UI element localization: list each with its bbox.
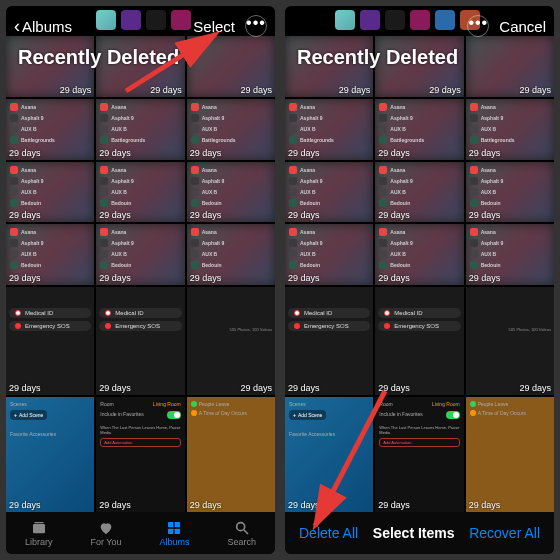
tab-bar: Library For You Albums Search (6, 512, 275, 554)
thumb[interactable]: AsanaAsphalt 9AUX BBedouin29 days (6, 162, 94, 223)
back-label: Albums (22, 18, 72, 35)
more-button[interactable]: ••• (245, 15, 267, 37)
tab-albums[interactable]: Albums (159, 520, 189, 547)
svg-rect-5 (175, 528, 180, 533)
thumb[interactable]: 505 Photos, 100 Videos29 days (466, 287, 554, 395)
thumb[interactable]: Medical IDEmergency SOS29 days (6, 287, 94, 395)
thumb[interactable]: RoomLiving RoomInclude in FavoritesWhen … (375, 397, 463, 512)
page-title: Recently Deleted (297, 46, 458, 69)
thumb[interactable]: AsanaAsphalt 9AUX BBedouin29 days (6, 224, 94, 285)
tab-foryou[interactable]: For You (90, 520, 121, 547)
svg-line-7 (244, 530, 248, 534)
thumb[interactable]: People LeaveA Time of Day Occurs29 days (187, 397, 275, 512)
svg-rect-1 (34, 522, 43, 523)
thumb[interactable]: AsanaAsphalt 9AUX BBedouin29 days (285, 162, 373, 223)
navbar: ‹ Albums Select ••• (6, 6, 275, 46)
thumb[interactable]: AsanaAsphalt 9AUX BBedouin29 days (187, 224, 275, 285)
thumb[interactable]: AsanaAsphalt 9AUX BBattlegrounds29 days (96, 99, 184, 160)
thumb[interactable]: Medical IDEmergency SOS29 days (285, 287, 373, 395)
svg-rect-3 (175, 522, 180, 527)
phone-left-screenshot: ‹ Albums Select ••• Recently Deleted 29 … (6, 6, 275, 554)
navbar: ••• Cancel (285, 6, 554, 46)
thumb[interactable]: Medical IDEmergency SOS29 days (375, 287, 463, 395)
tab-search[interactable]: Search (227, 520, 256, 547)
page-title: Recently Deleted (18, 46, 179, 69)
thumb[interactable]: AsanaAsphalt 9AUX BBedouin29 days (466, 162, 554, 223)
select-button[interactable]: Select (193, 18, 235, 35)
thumb[interactable]: AsanaAsphalt 9AUX BBedouin29 days (96, 224, 184, 285)
back-button[interactable]: ‹ Albums (14, 16, 72, 37)
photo-grid: 29 days 29 days 29 days AsanaAsphalt 9AU… (6, 36, 275, 512)
thumb[interactable]: AsanaAsphalt 9AUX BBedouin29 days (466, 224, 554, 285)
svg-rect-4 (168, 528, 173, 533)
thumb[interactable]: AsanaAsphalt 9AUX BBattlegrounds29 days (6, 99, 94, 160)
thumb[interactable]: RoomLiving RoomInclude in FavoritesWhen … (96, 397, 184, 512)
svg-point-6 (236, 522, 244, 530)
thumb[interactable]: AsanaAsphalt 9AUX BBedouin29 days (375, 162, 463, 223)
thumb[interactable]: Scenes+ Add SceneFavorite Accessories29 … (6, 397, 94, 512)
thumb[interactable]: AsanaAsphalt 9AUX BBedouin29 days (96, 162, 184, 223)
cancel-button[interactable]: Cancel (499, 18, 546, 35)
phone-right-screenshot: ••• Cancel Recently Deleted 29 days 29 d… (285, 6, 554, 554)
recover-all-button[interactable]: Recover All (469, 525, 540, 541)
selection-toolbar: Delete All Select Items Recover All (285, 512, 554, 554)
thumb[interactable]: AsanaAsphalt 9AUX BBattlegrounds29 days (466, 99, 554, 160)
svg-rect-2 (168, 522, 173, 527)
thumb[interactable]: AsanaAsphalt 9AUX BBattlegrounds29 days (187, 99, 275, 160)
tab-library[interactable]: Library (25, 520, 53, 547)
photo-grid: 29 days 29 days 29 days AsanaAsphalt 9AU… (285, 36, 554, 512)
delete-all-button[interactable]: Delete All (299, 525, 358, 541)
thumb[interactable]: Medical IDEmergency SOS29 days (96, 287, 184, 395)
chevron-left-icon: ‹ (14, 16, 20, 37)
more-button[interactable]: ••• (467, 15, 489, 37)
thumb[interactable]: Scenes+ Add SceneFavorite Accessories29 … (285, 397, 373, 512)
svg-rect-0 (33, 524, 45, 533)
thumb[interactable]: AsanaAsphalt 9AUX BBedouin29 days (285, 224, 373, 285)
thumb[interactable]: AsanaAsphalt 9AUX BBedouin29 days (375, 224, 463, 285)
thumb[interactable]: AsanaAsphalt 9AUX BBattlegrounds29 days (375, 99, 463, 160)
select-items-label: Select Items (373, 525, 455, 541)
thumb[interactable]: AsanaAsphalt 9AUX BBedouin29 days (187, 162, 275, 223)
thumb[interactable]: AsanaAsphalt 9AUX BBattlegrounds29 days (285, 99, 373, 160)
thumb[interactable]: People LeaveA Time of Day Occurs29 days (466, 397, 554, 512)
thumb[interactable]: 505 Photos, 100 Videos29 days (187, 287, 275, 395)
